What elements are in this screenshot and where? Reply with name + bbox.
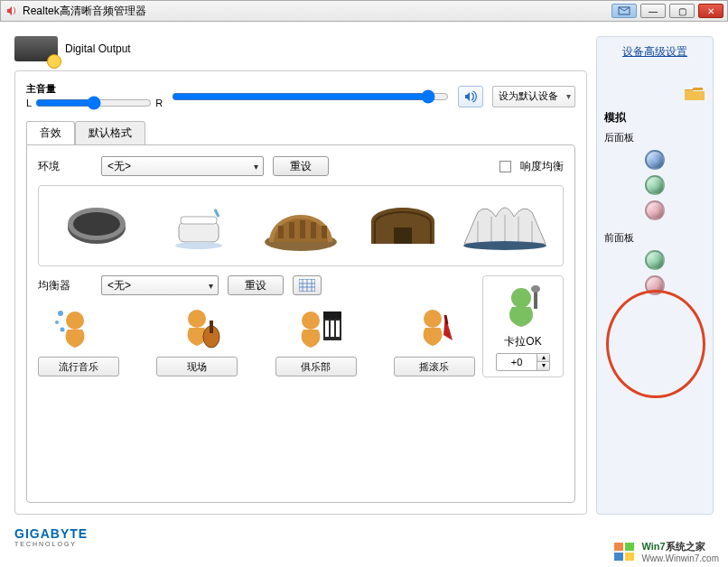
maximize-button[interactable]: ▢ (669, 4, 695, 18)
svg-rect-22 (210, 321, 213, 333)
karaoke-down[interactable]: ▾ (537, 362, 549, 370)
svg-rect-25 (323, 311, 341, 319)
eq-preset-live-button[interactable]: 现场 (156, 357, 238, 376)
eq-preset-rock-button[interactable]: 摇滚乐 (394, 357, 475, 376)
close-button[interactable]: ✕ (698, 4, 723, 18)
env-concert-hall[interactable] (454, 193, 555, 258)
svg-point-17 (58, 311, 63, 316)
brand-logo: GIGABYTE TECHNOLOGY (14, 526, 88, 547)
mute-button[interactable] (458, 86, 483, 107)
svg-point-18 (55, 321, 59, 324)
equalizer-label: 均衡器 (38, 278, 92, 293)
loudness-checkbox[interactable] (499, 161, 511, 172)
equalizer-combo[interactable]: <无> (101, 275, 219, 295)
svg-rect-11 (311, 222, 316, 238)
eq-preset-club-button[interactable]: 俱乐部 (275, 357, 357, 376)
karaoke-label: 卡拉OK (504, 334, 541, 349)
svg-point-29 (424, 310, 442, 328)
main-volume-label: 主音量 (26, 82, 163, 96)
jack-back-green[interactable] (645, 175, 665, 195)
loudness-label: 响度均衡 (520, 159, 564, 174)
jack-back-pink[interactable] (645, 200, 665, 220)
env-hangar[interactable] (352, 193, 453, 258)
svg-point-6 (175, 242, 222, 249)
jack-front-green[interactable] (645, 250, 665, 270)
balance-left-label: L (26, 98, 32, 108)
svg-rect-8 (278, 226, 284, 238)
svg-rect-4 (179, 222, 219, 242)
tab-default-format[interactable]: 默认格式 (75, 121, 145, 145)
title-icon (5, 4, 19, 18)
highlight-circle (606, 290, 705, 398)
svg-point-16 (66, 311, 84, 330)
folder-icon[interactable] (684, 86, 705, 102)
equalizer-reset-button[interactable]: 重设 (228, 275, 284, 295)
svg-rect-36 (625, 553, 634, 561)
svg-rect-34 (625, 543, 634, 551)
environment-label: 环境 (38, 159, 92, 174)
window-title: Realtek高清晰音频管理器 (23, 4, 611, 19)
back-panel-label: 后面板 (604, 131, 705, 144)
minimize-button[interactable]: — (640, 4, 666, 18)
svg-point-20 (188, 310, 206, 328)
env-stone-room[interactable] (46, 193, 147, 258)
svg-rect-5 (181, 217, 217, 224)
svg-rect-33 (614, 543, 623, 551)
front-panel-label: 前面板 (604, 231, 705, 245)
equalizer-grid-button[interactable] (293, 275, 322, 295)
help-button[interactable] (611, 4, 637, 18)
eq-preset-pop-icon[interactable] (50, 302, 107, 353)
jack-front-pink[interactable] (645, 275, 665, 295)
eq-preset-club-icon[interactable] (287, 302, 345, 353)
balance-right-label: R (155, 98, 163, 108)
eq-preset-rock-icon[interactable] (406, 302, 463, 353)
svg-point-23 (302, 311, 320, 330)
eq-preset-live-icon[interactable] (168, 302, 226, 353)
device-label: Digital Output (65, 42, 131, 55)
svg-point-14 (463, 241, 546, 250)
svg-rect-10 (300, 220, 305, 238)
svg-point-3 (73, 212, 120, 236)
env-arena[interactable] (250, 193, 351, 258)
env-bathroom[interactable] (148, 193, 249, 258)
analog-section-label: 模拟 (604, 110, 705, 125)
balance-slider[interactable] (35, 96, 152, 110)
svg-rect-27 (331, 321, 334, 337)
default-device-dropdown[interactable]: 设为默认设备 (492, 86, 575, 107)
main-volume-slider[interactable] (172, 89, 449, 104)
jack-back-blue[interactable] (645, 150, 665, 170)
environment-combo[interactable]: <无> (101, 156, 264, 176)
svg-rect-35 (614, 553, 623, 561)
svg-rect-26 (325, 321, 329, 337)
tab-sound-effect[interactable]: 音效 (26, 121, 75, 145)
advanced-settings-link[interactable]: 设备高级设置 (604, 44, 705, 60)
svg-point-30 (511, 288, 531, 308)
eq-preset-pop-button[interactable]: 流行音乐 (38, 357, 119, 376)
svg-rect-28 (336, 321, 340, 337)
svg-rect-13 (394, 228, 412, 244)
svg-rect-9 (289, 222, 294, 238)
environment-reset-button[interactable]: 重设 (273, 156, 329, 176)
svg-point-32 (531, 285, 540, 293)
svg-point-19 (61, 328, 65, 332)
karaoke-icon[interactable] (496, 282, 550, 330)
device-icon[interactable] (14, 36, 58, 61)
svg-rect-12 (322, 226, 327, 238)
karaoke-spinner[interactable]: +0 ▴ ▾ (496, 353, 550, 371)
karaoke-value: +0 (497, 357, 537, 367)
watermark: Win7系统之家 Www.Winwin7.com (612, 540, 719, 563)
